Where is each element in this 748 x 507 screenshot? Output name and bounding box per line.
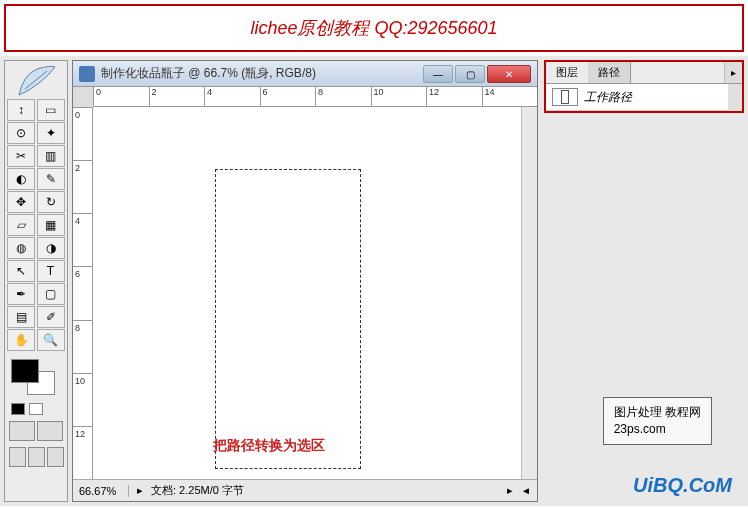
history-brush-tool[interactable]: ↻ bbox=[37, 191, 65, 213]
zoom-level[interactable]: 66.67% bbox=[79, 485, 129, 497]
notes-tool[interactable]: ▤ bbox=[7, 306, 35, 328]
document-window: 制作化妆品瓶子 @ 66.7% (瓶身, RGB/8) — ▢ ✕ 0 2 4 … bbox=[72, 60, 538, 502]
tab-paths[interactable]: 路径 bbox=[588, 62, 631, 83]
watermark-box: 图片处理 教程网 23ps.com bbox=[603, 397, 712, 445]
eyedropper-tool[interactable]: ✐ bbox=[37, 306, 65, 328]
watermark-brand: UiBQ.CoM bbox=[633, 474, 732, 497]
watermark-line2: 23ps.com bbox=[614, 421, 701, 438]
ps-feather-icon bbox=[7, 63, 67, 99]
maximize-button[interactable]: ▢ bbox=[455, 65, 485, 83]
document-info: 文档: 2.25M/0 字节 bbox=[151, 483, 499, 498]
brush-tool[interactable]: ✎ bbox=[37, 168, 65, 190]
toolbox: ↕ ▭ ⊙ ✦ ✂ ▥ ◐ ✎ ✥ ↻ ▱ ▦ ◍ ◑ ↖ T ✒ ▢ ▤ ✐ … bbox=[4, 60, 68, 502]
panel-scrollbar[interactable] bbox=[728, 84, 742, 111]
status-bar: 66.67% ▸ 文档: 2.25M/0 字节 ▸ ◄ bbox=[73, 479, 537, 501]
hand-tool[interactable]: ✋ bbox=[7, 329, 35, 351]
rect-marquee-tool[interactable]: ▭ bbox=[37, 99, 65, 121]
minimize-button[interactable]: — bbox=[423, 65, 453, 83]
info-menu-icon[interactable]: ▸ bbox=[507, 484, 513, 497]
crop-tool[interactable]: ✂ bbox=[7, 145, 35, 167]
view-mode-buttons bbox=[9, 447, 65, 467]
ps-app-icon bbox=[79, 66, 95, 82]
color-swatches[interactable] bbox=[7, 359, 63, 399]
marquee-selection bbox=[215, 169, 361, 469]
close-button[interactable]: ✕ bbox=[487, 65, 531, 83]
canvas[interactable]: 把路径转换为选区 bbox=[93, 107, 521, 479]
view-mode-3[interactable] bbox=[47, 447, 64, 467]
watermark-line1: 图片处理 教程网 bbox=[614, 404, 701, 421]
type-tool[interactable]: T bbox=[37, 260, 65, 282]
view-mode-2[interactable] bbox=[28, 447, 45, 467]
info-triangle-icon[interactable]: ▸ bbox=[137, 484, 143, 497]
annotation-text: 把路径转换为选区 bbox=[213, 437, 325, 455]
window-controls: — ▢ ✕ bbox=[423, 65, 531, 83]
default-colors-icon[interactable] bbox=[11, 403, 65, 415]
horizontal-ruler: 0 2 4 6 8 10 12 14 bbox=[93, 87, 537, 107]
dodge-tool[interactable]: ◑ bbox=[37, 237, 65, 259]
lasso-tool[interactable]: ⊙ bbox=[7, 122, 35, 144]
path-thumbnail-icon bbox=[552, 88, 578, 106]
window-titlebar[interactable]: 制作化妆品瓶子 @ 66.7% (瓶身, RGB/8) — ▢ ✕ bbox=[73, 61, 537, 87]
view-mode-1[interactable] bbox=[9, 447, 26, 467]
gradient-tool[interactable]: ▦ bbox=[37, 214, 65, 236]
screen-mode-buttons bbox=[9, 421, 65, 441]
pen-tool[interactable]: ✒ bbox=[7, 283, 35, 305]
quickmask-mode-button[interactable] bbox=[37, 421, 63, 441]
slice-tool[interactable]: ▥ bbox=[37, 145, 65, 167]
rectangle-tool[interactable]: ▢ bbox=[37, 283, 65, 305]
path-name: 工作路径 bbox=[584, 89, 632, 106]
blur-tool[interactable]: ◍ bbox=[7, 237, 35, 259]
window-title: 制作化妆品瓶子 @ 66.7% (瓶身, RGB/8) bbox=[101, 65, 423, 82]
tool-grid: ↕ ▭ ⊙ ✦ ✂ ▥ ◐ ✎ ✥ ↻ ▱ ▦ ◍ ◑ ↖ T ✒ ▢ ▤ ✐ … bbox=[7, 99, 65, 351]
panel-menu-icon[interactable]: ▸ bbox=[724, 62, 742, 83]
layers-paths-panel: 图层 路径 ▸ 工作路径 bbox=[544, 60, 744, 113]
scroll-left-icon[interactable]: ◄ bbox=[521, 485, 531, 496]
panel-tab-strip: 图层 路径 ▸ bbox=[546, 62, 742, 84]
tab-layers[interactable]: 图层 bbox=[546, 62, 588, 83]
document-body: 0 2 4 6 8 10 12 把路径转换为选区 bbox=[73, 107, 537, 479]
magic-wand-tool[interactable]: ✦ bbox=[37, 122, 65, 144]
vertical-scrollbar[interactable] bbox=[521, 107, 537, 479]
path-list-item[interactable]: 工作路径 bbox=[546, 84, 728, 111]
vertical-ruler: 0 2 4 6 8 10 12 bbox=[73, 107, 93, 479]
standard-mode-button[interactable] bbox=[9, 421, 35, 441]
eraser-tool[interactable]: ▱ bbox=[7, 214, 35, 236]
foreground-color-swatch[interactable] bbox=[11, 359, 39, 383]
healing-brush-tool[interactable]: ◐ bbox=[7, 168, 35, 190]
move-tool[interactable]: ↕ bbox=[7, 99, 35, 121]
clone-stamp-tool[interactable]: ✥ bbox=[7, 191, 35, 213]
tutorial-header-text: lichee原创教程 QQ:292656601 bbox=[250, 16, 497, 40]
tutorial-header: lichee原创教程 QQ:292656601 bbox=[4, 4, 744, 52]
path-select-tool[interactable]: ↖ bbox=[7, 260, 35, 282]
zoom-tool[interactable]: 🔍 bbox=[37, 329, 65, 351]
